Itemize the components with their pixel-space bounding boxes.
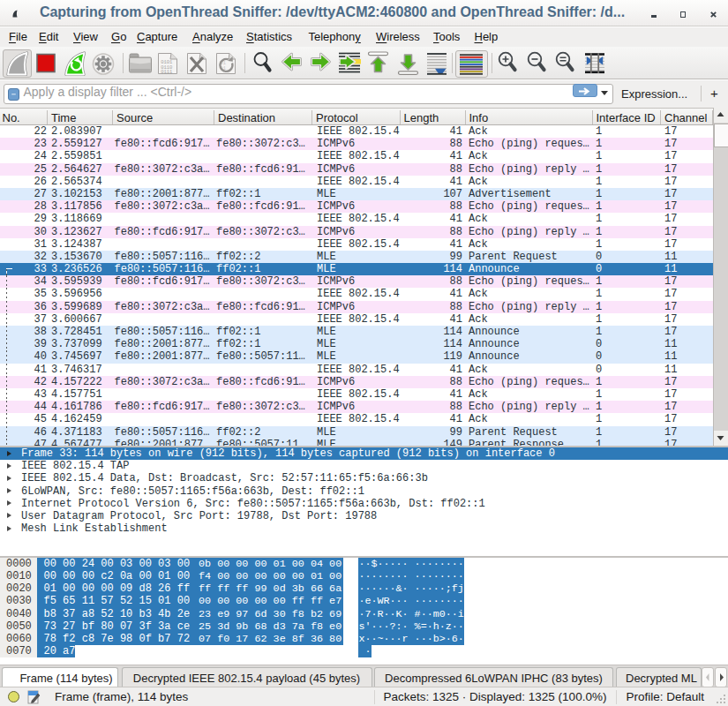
svg-text:0111: 0111 [161, 69, 173, 75]
